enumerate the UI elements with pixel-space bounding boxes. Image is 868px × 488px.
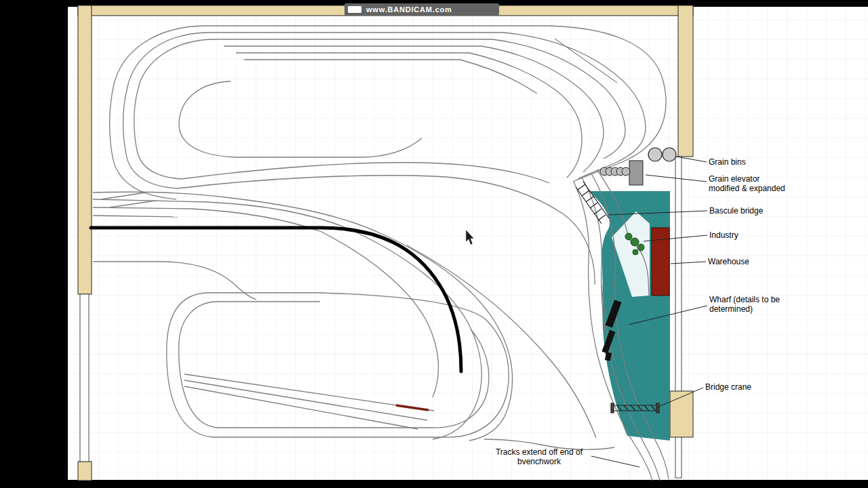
crane-benchwork-block	[670, 391, 693, 437]
watermark-text: www.BANDICAM.com	[366, 5, 452, 14]
label-wharf: Wharf (details to be determined)	[709, 295, 780, 314]
warehouse-shape	[652, 228, 669, 296]
label-grain-elevator: Grain elevator modified & expanded	[709, 174, 785, 193]
label-warehouse: Warehouse	[708, 257, 749, 266]
silo-row-icon	[600, 167, 630, 176]
label-bascule-bridge: Bascule bridge	[709, 206, 763, 216]
bandicam-watermark: www.BANDICAM.com	[344, 3, 499, 16]
label-tracks-note: Tracks extend off end of bvenchwork	[484, 447, 594, 466]
label-grain-bins: Grain bins	[709, 157, 746, 167]
watermark-badge	[348, 6, 361, 13]
track-plan-svg	[0, 0, 868, 488]
label-bridge-crane: Bridge crane	[705, 382, 751, 392]
liftout-section	[80, 294, 89, 462]
screen: www.BANDICAM.com Grain bins Grain elevat…	[0, 0, 868, 488]
label-industry: Industry	[709, 230, 738, 240]
plan-canvas	[68, 7, 868, 480]
